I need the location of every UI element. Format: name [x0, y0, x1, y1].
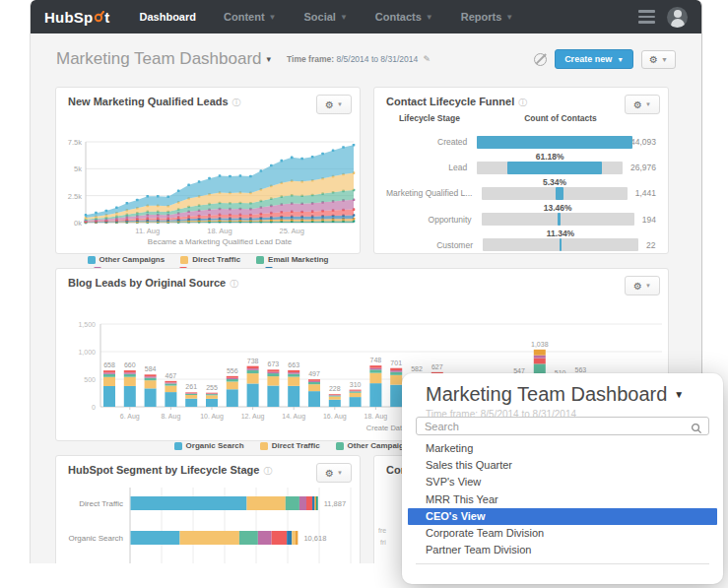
- top-navbar: HubSpt DashboardContent▼Social▼Contacts▼…: [31, 0, 701, 33]
- card-settings-button[interactable]: ⚙▼: [625, 95, 660, 114]
- caret-down-icon: ▼: [661, 56, 668, 63]
- svg-text:748: 748: [370, 357, 382, 363]
- create-new-button[interactable]: Create new▼: [555, 49, 633, 69]
- legend-item[interactable]: Direct Traffic: [180, 255, 240, 264]
- logo-text-right: t: [104, 9, 109, 26]
- page-title[interactable]: Marketing Team Dashboard: [56, 49, 262, 69]
- caret-down-icon: ▼: [269, 13, 277, 22]
- caret-down-icon: ▼: [340, 13, 348, 22]
- nav-item-contacts[interactable]: Contacts▼: [375, 11, 433, 23]
- svg-text:12. Aug: 12. Aug: [241, 413, 265, 421]
- svg-text:Organic Search: Organic Search: [68, 534, 123, 543]
- svg-text:10. Aug: 10. Aug: [200, 413, 224, 421]
- svg-text:6. Aug: 6. Aug: [120, 413, 140, 421]
- info-icon[interactable]: ⓘ: [232, 98, 241, 107]
- nav-item-label: Dashboard: [140, 11, 196, 23]
- legend-swatch-icon: [260, 442, 268, 450]
- nav-item-social[interactable]: Social▼: [303, 11, 347, 23]
- funnel-bar: 61.18%: [477, 162, 623, 174]
- svg-text:658: 658: [103, 361, 115, 368]
- caret-down-icon: ▼: [505, 13, 513, 22]
- legend-item[interactable]: Direct Traffic: [260, 441, 320, 450]
- funnel-count: 22: [646, 240, 655, 250]
- overlay-list-item[interactable]: Corporate Team Division: [402, 525, 723, 542]
- card-title: New Marketing Qualified Leadsⓘ: [56, 88, 360, 109]
- legend-swatch-icon: [336, 442, 344, 450]
- svg-text:0: 0: [92, 404, 96, 411]
- overlay-list-item[interactable]: Sales this Quarter: [402, 457, 723, 474]
- nav-item-label: Social: [303, 11, 335, 23]
- menu-icon[interactable]: [638, 10, 655, 24]
- svg-text:18. Aug: 18. Aug: [207, 227, 232, 235]
- legend-swatch-icon: [174, 442, 182, 450]
- svg-text:738: 738: [247, 358, 259, 364]
- overlay-list-item[interactable]: CEO's View: [408, 508, 717, 525]
- svg-text:14. Aug: 14. Aug: [282, 413, 305, 421]
- overlay-search: [416, 417, 709, 435]
- svg-text:556: 556: [227, 367, 238, 374]
- overlay-list-item[interactable]: Marketing: [402, 440, 723, 457]
- svg-text:18. Aug: 18. Aug: [364, 413, 388, 421]
- svg-text:663: 663: [288, 361, 299, 368]
- label-fragment: fri: [380, 539, 386, 546]
- hubspot-logo[interactable]: HubSpt: [44, 9, 110, 26]
- info-icon[interactable]: ⓘ: [518, 98, 527, 107]
- svg-text:10,618: 10,618: [303, 534, 326, 543]
- svg-text:7.5k: 7.5k: [68, 138, 82, 147]
- info-icon[interactable]: ⓘ: [263, 466, 272, 476]
- overlay-list-item[interactable]: SVP's View: [402, 474, 723, 490]
- funnel-bar: 13.46%: [482, 213, 634, 226]
- funnel-count: 26,976: [630, 163, 656, 172]
- caret-down-icon: ▼: [426, 13, 433, 22]
- funnel-col-stage: Lifecycle Stage: [386, 113, 473, 123]
- svg-text:5k: 5k: [74, 164, 82, 173]
- legend-item[interactable]: Organic Search: [174, 441, 244, 450]
- legend-item[interactable]: Other Campaigns: [88, 255, 165, 264]
- card-settings-button[interactable]: ⚙▼: [316, 95, 352, 114]
- card-new-mql: New Marketing Qualified Leadsⓘ ⚙▼ 0k2.5k…: [55, 87, 361, 254]
- funnel-bar: 11.34%: [483, 238, 638, 251]
- svg-text:1,500: 1,500: [78, 321, 96, 328]
- nav-item-content[interactable]: Content▼: [224, 11, 276, 23]
- overlay-list-item[interactable]: Partner Team Division: [402, 542, 723, 558]
- funnel-percent: 5.34%: [482, 177, 627, 187]
- nav-items: DashboardContent▼Social▼Contacts▼Reports…: [140, 11, 542, 23]
- funnel-stage-label: Customer: [386, 240, 473, 250]
- legend-swatch-icon: [88, 256, 96, 264]
- nav-item-label: Content: [224, 11, 265, 23]
- legend-item[interactable]: Email Marketing: [256, 255, 328, 264]
- funnel-percent: 11.34%: [483, 229, 638, 238]
- svg-text:627: 627: [431, 363, 443, 370]
- mql-area-chart: 0k2.5k5k7.5k11. Aug18. Aug25. AugBecame …: [56, 109, 358, 249]
- svg-text:660: 660: [124, 361, 136, 368]
- search-input[interactable]: [417, 418, 708, 434]
- timeframe-value: 8/5/2014 to 8/31/2014: [336, 54, 418, 64]
- nav-item-dashboard[interactable]: Dashboard: [140, 11, 196, 23]
- clear-icon[interactable]: [534, 53, 547, 66]
- funnel-count: 194: [642, 215, 656, 225]
- svg-text:582: 582: [411, 365, 423, 372]
- header-settings-button[interactable]: ⚙▼: [641, 50, 676, 69]
- avatar[interactable]: [667, 7, 688, 28]
- title-caret-icon[interactable]: ▾: [267, 54, 272, 64]
- funnel-col-count: Count of Contacts: [483, 113, 638, 123]
- caret-down-icon: ▼: [674, 389, 684, 400]
- card-settings-button[interactable]: ⚙▼: [625, 276, 660, 295]
- card-settings-button[interactable]: ⚙▼: [316, 463, 352, 483]
- header-actions: Create new▼ ⚙▼: [534, 49, 676, 69]
- funnel-stage-label: Marketing Qualified L...: [386, 188, 472, 198]
- nav-item-reports[interactable]: Reports▼: [461, 11, 513, 23]
- edit-pencil-icon[interactable]: ✎: [424, 54, 431, 64]
- funnel-segment: [560, 238, 562, 251]
- svg-text:467: 467: [165, 372, 177, 379]
- funnel-segment: [556, 187, 563, 200]
- svg-text:11. Aug: 11. Aug: [135, 227, 160, 235]
- legend-label: Other Campaigns: [99, 255, 165, 264]
- info-icon[interactable]: ⓘ: [230, 279, 238, 289]
- legend-label: Direct Traffic: [272, 441, 320, 450]
- svg-text:255: 255: [206, 384, 218, 391]
- legend-label: Direct Traffic: [192, 255, 240, 264]
- overlay-list-item[interactable]: MRR This Year: [402, 491, 723, 508]
- nav-right: [638, 7, 688, 28]
- overlay-title[interactable]: Marketing Team Dashboard▼: [426, 383, 723, 406]
